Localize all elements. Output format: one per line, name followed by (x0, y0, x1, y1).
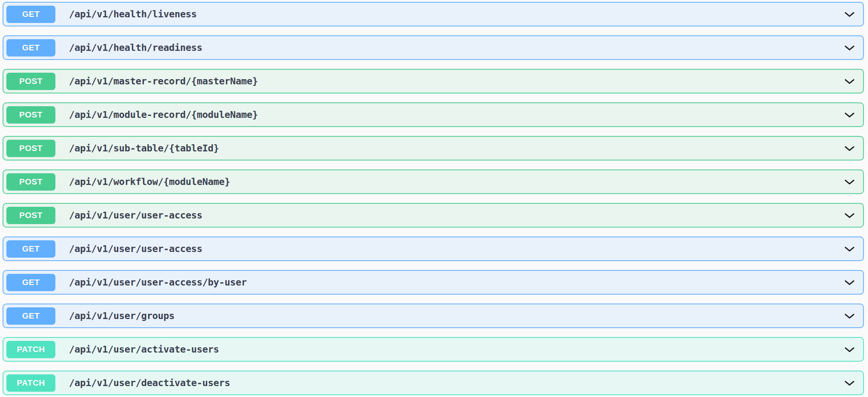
endpoint-summary[interactable]: POST /api/v1/sub-table/{tableId} (3, 137, 863, 160)
endpoint-row: POST /api/v1/sub-table/{tableId} (3, 136, 864, 160)
method-badge: GET (6, 307, 55, 325)
method-badge: POST (6, 73, 55, 90)
method-badge: POST (6, 106, 55, 124)
method-badge: POST (6, 173, 55, 191)
endpoint-path: /api/v1/user/user-access (69, 210, 202, 221)
endpoint-row: GET /api/v1/user/groups (3, 304, 864, 328)
chevron-down-icon[interactable] (844, 347, 855, 352)
method-badge: GET (6, 39, 55, 56)
endpoint-summary[interactable]: POST /api/v1/module-record/{moduleName} (3, 103, 863, 126)
endpoint-row: GET /api/v1/user/user-access/by-user (3, 270, 864, 295)
endpoint-summary[interactable]: GET /api/v1/user/user-access/by-user (3, 271, 863, 294)
endpoint-row: POST /api/v1/workflow/{moduleName} (3, 169, 864, 194)
chevron-down-icon[interactable] (844, 112, 855, 118)
chevron-down-icon[interactable] (844, 45, 855, 50)
method-badge: GET (6, 240, 55, 258)
endpoint-summary[interactable]: POST /api/v1/workflow/{moduleName} (3, 170, 863, 193)
endpoint-row: GET /api/v1/health/liveness (3, 2, 864, 26)
endpoint-path: /api/v1/health/liveness (69, 9, 197, 20)
endpoint-summary[interactable]: GET /api/v1/health/readiness (3, 36, 863, 59)
endpoint-row: GET /api/v1/user/user-access (3, 237, 864, 261)
chevron-down-icon[interactable] (844, 380, 855, 386)
chevron-down-icon[interactable] (844, 179, 855, 185)
endpoint-path: /api/v1/user/deactivate-users (69, 377, 230, 388)
endpoint-path: /api/v1/master-record/{masterName} (69, 76, 258, 87)
chevron-down-icon[interactable] (844, 146, 855, 151)
endpoint-summary[interactable]: PATCH /api/v1/user/activate-users (3, 338, 863, 361)
endpoint-summary[interactable]: PATCH /api/v1/user/deactivate-users (3, 371, 863, 394)
endpoint-summary[interactable]: POST /api/v1/master-record/{masterName} (3, 70, 863, 93)
endpoint-row: PATCH /api/v1/user/activate-users (3, 337, 864, 362)
method-badge: POST (6, 140, 55, 157)
method-badge: POST (6, 207, 55, 224)
endpoint-path: /api/v1/workflow/{moduleName} (69, 176, 230, 187)
chevron-down-icon[interactable] (844, 246, 855, 252)
endpoint-path: /api/v1/user/user-access/by-user (69, 277, 247, 288)
chevron-down-icon[interactable] (844, 280, 855, 285)
endpoint-row: PATCH /api/v1/user/deactivate-users (3, 371, 864, 395)
chevron-down-icon[interactable] (844, 313, 855, 319)
endpoint-row: POST /api/v1/module-record/{moduleName} (3, 102, 864, 127)
method-badge: PATCH (6, 341, 55, 358)
endpoint-path: /api/v1/module-record/{moduleName} (69, 109, 258, 120)
chevron-down-icon[interactable] (844, 213, 855, 218)
endpoint-path: /api/v1/user/activate-users (69, 344, 219, 355)
chevron-down-icon[interactable] (844, 79, 855, 84)
method-badge: GET (6, 274, 55, 291)
endpoint-row: POST /api/v1/user/user-access (3, 203, 864, 228)
endpoint-path: /api/v1/user/groups (69, 310, 174, 321)
endpoint-path: /api/v1/sub-table/{tableId} (69, 143, 219, 154)
endpoint-summary[interactable]: GET /api/v1/user/groups (3, 304, 863, 327)
endpoint-row: POST /api/v1/master-record/{masterName} (3, 69, 864, 93)
endpoint-row: GET /api/v1/health/readiness (3, 35, 864, 60)
endpoint-summary[interactable]: POST /api/v1/user/user-access (3, 204, 863, 227)
endpoint-path: /api/v1/health/readiness (69, 42, 202, 53)
method-badge: PATCH (6, 374, 55, 392)
endpoint-path: /api/v1/user/user-access (69, 243, 202, 254)
endpoint-summary[interactable]: GET /api/v1/user/user-access (3, 237, 863, 260)
method-badge: GET (6, 6, 55, 23)
api-endpoint-list: GET /api/v1/health/liveness GET /api/v1/… (0, 0, 868, 397)
endpoint-summary[interactable]: GET /api/v1/health/liveness (3, 3, 863, 26)
chevron-down-icon[interactable] (844, 12, 855, 17)
